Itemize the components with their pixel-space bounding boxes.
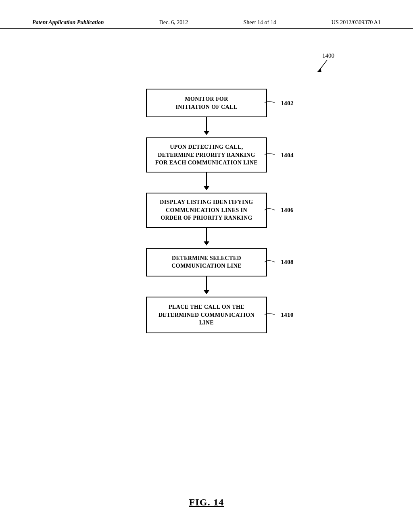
flow-box-1404: UPON DETECTING CALL,DETERMINE PRIORITY R… (146, 137, 267, 172)
page-header: Patent Application Publication Dec. 6, 2… (0, 19, 413, 29)
connector-arrow-4 (204, 290, 209, 294)
flow-label-1408: 1408 (252, 258, 294, 266)
connector-3 (204, 228, 209, 248)
flow-label-1402: 1402 (252, 99, 294, 107)
connector-4 (204, 276, 209, 297)
connector-line-4 (206, 276, 207, 290)
flow-box-1404-text: UPON DETECTING CALL,DETERMINE PRIORITY R… (155, 144, 258, 166)
connector-line-1 (206, 117, 207, 131)
connector-arrow-3 (204, 241, 209, 245)
date-label: Dec. 6, 2012 (159, 19, 188, 26)
flow-box-1410-text: PLACE THE CALL ON THEDETERMINED COMMUNIC… (159, 304, 254, 326)
diagram-area: 1400 MONITOR FORINITIATION OF CALL 1402 (0, 44, 413, 484)
connector-line-2 (206, 172, 207, 186)
patent-number-label: US 2012/0309370 A1 (332, 19, 381, 26)
flow-box-1402: MONITOR FORINITIATION OF CALL 1402 (146, 89, 267, 117)
page: Patent Application Publication Dec. 6, 2… (0, 0, 413, 532)
flow-label-1404: 1404 (252, 151, 294, 159)
flowchart: MONITOR FORINITIATION OF CALL 1402 (138, 77, 275, 333)
label-curve-1402 (264, 99, 280, 107)
connector-line-3 (206, 228, 207, 241)
connector-2 (204, 172, 209, 193)
arrow-1400-icon (315, 59, 331, 74)
flow-box-1406-text: DISPLAY LISTING IDENTIFYINGCOMMUNICATION… (160, 199, 253, 221)
publication-label: Patent Application Publication (32, 19, 104, 26)
flow-box-1406: DISPLAY LISTING IDENTIFYINGCOMMUNICATION… (146, 193, 267, 228)
label-curve-1406 (264, 206, 280, 214)
flow-label-1406: 1406 (252, 206, 294, 214)
connector-1 (204, 117, 209, 137)
label-curve-1410 (264, 311, 280, 319)
diagram-title-label: 1400 (322, 52, 334, 59)
flow-box-1410: PLACE THE CALL ON THEDETERMINED COMMUNIC… (146, 297, 267, 333)
label-curve-1408 (264, 258, 280, 266)
flow-box-1408: DETERMINE SELECTEDCOMMUNICATION LINE 140… (146, 248, 267, 276)
connector-arrow-2 (204, 186, 209, 190)
label-curve-1404 (264, 151, 280, 159)
flow-box-1402-text: MONITOR FORINITIATION OF CALL (175, 96, 237, 110)
sheet-label: Sheet 14 of 14 (243, 19, 276, 26)
figure-label: FIG. 14 (189, 497, 224, 508)
connector-arrow-1 (204, 131, 209, 135)
flow-box-1408-text: DETERMINE SELECTEDCOMMUNICATION LINE (171, 255, 241, 269)
flow-label-1410: 1410 (252, 311, 294, 319)
